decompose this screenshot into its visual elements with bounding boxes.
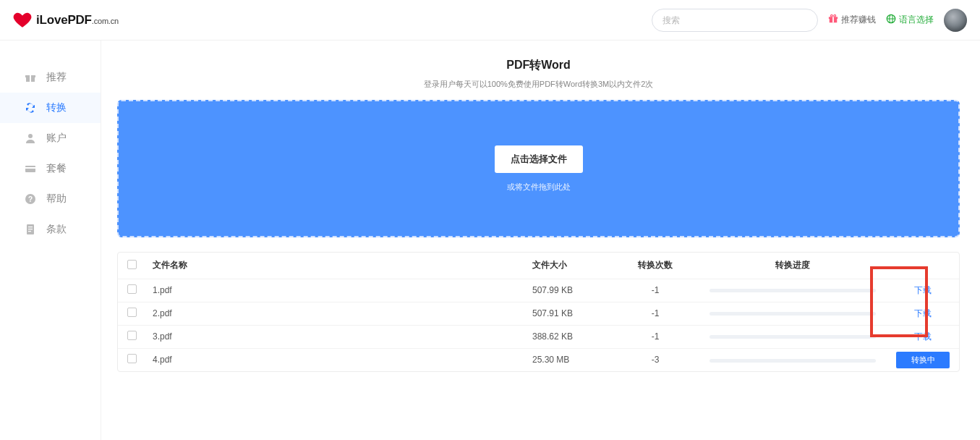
gift-icon — [828, 14, 838, 26]
cell-filename: 4.pdf — [145, 348, 525, 371]
card-icon — [25, 163, 36, 174]
sidebar-item-convert[interactable]: 转换 — [0, 93, 101, 123]
sidebar-item-plan[interactable]: 套餐 — [0, 153, 101, 184]
sidebar-item-label: 账户 — [46, 132, 67, 145]
progress-bar — [710, 312, 876, 316]
avatar[interactable] — [944, 9, 967, 32]
cell-filesize: 388.62 KB — [525, 325, 612, 348]
svg-text:?: ? — [28, 195, 33, 203]
top-bar: iLovePDF.com.cn 推荐赚钱 语言选择 — [0, 0, 980, 41]
page-title: PDF转Word — [117, 58, 960, 73]
convert-icon — [25, 102, 36, 114]
sidebar-item-label: 套餐 — [46, 162, 67, 175]
converting-button: 转换中 — [896, 352, 950, 368]
file-table: 文件名称 文件大小 转换次数 转换进度 1.pdf507.99 KB-1下载2.… — [117, 252, 960, 372]
sidebar-item-recommend[interactable]: 推荐 — [0, 62, 101, 93]
download-link[interactable]: 下载 — [901, 331, 945, 343]
sidebar-item-label: 帮助 — [46, 192, 67, 206]
col-filesize: 文件大小 — [525, 253, 612, 279]
select-file-button[interactable]: 点击选择文件 — [495, 145, 583, 173]
cell-count: -1 — [612, 302, 699, 325]
recommend-earn-link[interactable]: 推荐赚钱 — [828, 14, 876, 26]
table-row: 3.pdf388.62 KB-1下载 — [118, 325, 959, 348]
cell-count: -1 — [612, 279, 699, 302]
svg-rect-19 — [28, 231, 31, 232]
terms-icon — [25, 224, 36, 235]
gift-icon — [25, 72, 36, 83]
sidebar-item-account[interactable]: 账户 — [0, 123, 101, 153]
table-row: 2.pdf507.91 KB-1下载 — [118, 302, 959, 325]
progress-bar — [710, 289, 876, 292]
svg-point-4 — [834, 14, 836, 17]
svg-rect-18 — [28, 229, 33, 229]
col-count: 转换次数 — [612, 253, 699, 279]
sidebar-item-label: 转换 — [46, 101, 67, 114]
heart-icon — [13, 11, 32, 30]
svg-rect-17 — [28, 227, 33, 227]
language-select-link[interactable]: 语言选择 — [886, 14, 934, 26]
svg-rect-2 — [832, 17, 834, 22]
cell-count: -1 — [612, 325, 699, 348]
svg-rect-13 — [25, 167, 35, 169]
main-content: PDF转Word 登录用户每天可以100%免费使用PDF转Word转换3M以内文… — [101, 41, 980, 440]
checkbox-all[interactable] — [127, 260, 137, 269]
cell-count: -3 — [612, 348, 699, 371]
search-input[interactable] — [652, 9, 818, 32]
download-link[interactable]: 下载 — [901, 308, 945, 320]
svg-point-3 — [830, 14, 832, 17]
recommend-label: 推荐赚钱 — [841, 14, 876, 26]
search-box — [652, 9, 818, 32]
cell-filesize: 507.91 KB — [525, 302, 612, 325]
user-icon — [25, 132, 36, 144]
svg-rect-12 — [25, 166, 35, 172]
svg-rect-10 — [30, 75, 31, 82]
dropzone-hint: 或将文件拖到此处 — [507, 182, 571, 192]
brand-name: iLovePDF.com.cn — [36, 13, 119, 28]
progress-bar — [710, 359, 876, 363]
language-label: 语言选择 — [899, 14, 934, 26]
dropzone[interactable]: 点击选择文件 或将文件拖到此处 — [117, 100, 960, 237]
globe-icon — [886, 14, 896, 26]
cell-filesize: 25.30 MB — [525, 348, 612, 371]
page-subtitle: 登录用户每天可以100%免费使用PDF转Word转换3M以内文件2次 — [117, 79, 960, 90]
row-checkbox[interactable] — [127, 331, 137, 340]
sidebar-item-help[interactable]: ? 帮助 — [0, 184, 101, 214]
sidebar: 推荐 转换 账户 套餐 ? 帮助 — [0, 41, 101, 440]
row-checkbox[interactable] — [127, 308, 137, 317]
cell-filename: 1.pdf — [145, 279, 525, 302]
table-row: 1.pdf507.99 KB-1下载 — [118, 279, 959, 302]
brand-logo[interactable]: iLovePDF.com.cn — [13, 11, 119, 30]
row-checkbox[interactable] — [127, 284, 137, 294]
sidebar-item-label: 条款 — [46, 223, 67, 236]
cell-filename: 3.pdf — [145, 325, 525, 348]
cell-filesize: 507.99 KB — [525, 279, 612, 302]
col-filename: 文件名称 — [145, 253, 525, 279]
help-icon: ? — [25, 193, 36, 205]
sidebar-item-terms[interactable]: 条款 — [0, 214, 101, 245]
sidebar-item-label: 推荐 — [46, 71, 67, 84]
download-link[interactable]: 下载 — [901, 284, 945, 297]
progress-bar — [710, 335, 876, 339]
col-progress: 转换进度 — [699, 253, 887, 279]
cell-filename: 2.pdf — [145, 302, 525, 325]
row-checkbox[interactable] — [127, 354, 137, 363]
svg-point-11 — [28, 134, 33, 138]
table-row: 4.pdf25.30 MB-3转换中 — [118, 348, 959, 371]
table-header-row: 文件名称 文件大小 转换次数 转换进度 — [118, 253, 959, 279]
